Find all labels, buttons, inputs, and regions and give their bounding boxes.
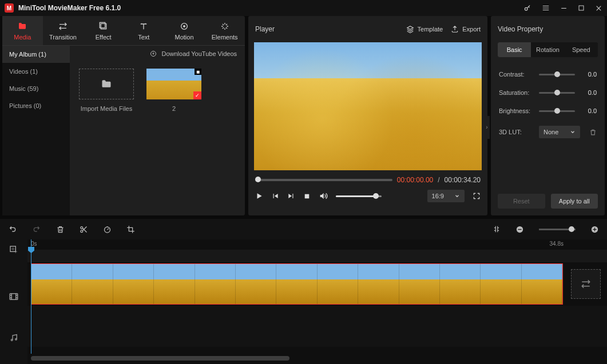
maximize-button[interactable] [578,5,585,11]
brightness-slider[interactable] [539,110,575,112]
collapse-properties-button[interactable]: › [484,116,490,139]
undo-button[interactable] [8,225,17,234]
brightness-value: 0.0 [581,107,597,114]
transition-placeholder[interactable] [571,269,601,299]
tab-motion[interactable]: Motion [164,16,205,45]
tab-elements-label: Elements [212,34,238,41]
import-label: Import Media Files [81,105,132,112]
time-current: 00:00:00.00 [397,176,433,184]
time-sep: / [438,176,439,184]
text-icon [138,21,149,31]
audio-track[interactable] [27,306,607,347]
svg-rect-15 [594,227,595,231]
time-total: 00:00:34.20 [445,176,481,184]
stop-button[interactable] [303,193,311,200]
title-bar: M MiniTool MovieMaker Free 6.1.0 [0,0,607,16]
player-title: Player [255,25,398,33]
scrub-bar[interactable] [255,179,392,181]
volume-slider[interactable] [336,195,382,197]
media-thumb-2[interactable]: ■ ✓ 2 [145,69,203,112]
thumb-label: 2 [172,105,176,112]
nav-pictures[interactable]: Pictures (0) [2,97,70,114]
export-button[interactable]: Export [451,25,481,33]
video-clip[interactable] [31,263,563,305]
template-button[interactable]: Template [406,25,443,33]
nav-my-album[interactable]: My Album (1) [2,46,70,63]
apply-all-button[interactable]: Apply to all [551,194,598,209]
svg-rect-1 [579,6,584,10]
props-title: Video Property [491,16,605,42]
svg-rect-17 [10,294,18,300]
timeline-toolbar [0,219,607,239]
side-nav: My Album (1) Videos (1) Music (59) Pictu… [2,46,70,215]
aspect-select[interactable]: 16:9 [427,190,465,202]
tab-rotation[interactable]: Rotation [531,42,564,57]
contrast-label: Contrast: [499,71,533,78]
tab-effect-label: Effect [96,34,112,41]
tab-effect[interactable]: Effect [83,16,124,45]
ruler-end: 34.8s [550,241,564,247]
folder-icon [17,21,27,31]
saturation-value: 0.0 [581,89,597,96]
speed-button[interactable] [103,225,112,234]
lut-select[interactable]: None [539,126,580,138]
download-youtube-link[interactable]: Download YouTube Videos [70,46,245,62]
crop-button[interactable] [126,225,135,234]
import-media-button[interactable]: Import Media Files [78,69,135,112]
video-track[interactable] [27,263,607,305]
media-pane: Media Transition Effect Text Motion Elem… [2,16,245,215]
nav-videos[interactable]: Videos (1) [2,63,70,80]
close-button[interactable] [595,5,602,12]
nav-music[interactable]: Music (59) [2,80,70,97]
download-label: Download YouTube Videos [162,50,237,57]
reset-button[interactable]: Reset [498,194,545,209]
zoom-in-button[interactable] [590,225,599,234]
effect-icon [98,21,109,31]
tab-media[interactable]: Media [2,16,43,45]
volume-icon[interactable] [319,191,328,201]
svg-point-0 [525,7,527,10]
timeline-scrollbar[interactable] [31,356,289,361]
playhead[interactable] [31,239,31,354]
app-logo-icon: M [5,3,14,13]
delete-button[interactable] [56,225,65,234]
properties-pane: Video Property Basic Rotation Speed Cont… [491,16,605,215]
zoom-slider[interactable] [539,229,576,230]
minimize-button[interactable] [560,5,568,12]
redo-button[interactable] [32,225,41,234]
timeline-ruler[interactable]: 0s 34.8s [27,239,607,249]
svg-point-18 [11,339,13,341]
fit-button[interactable] [493,225,501,233]
tab-transition-label: Transition [49,34,77,41]
tab-motion-label: Motion [175,34,194,41]
svg-rect-12 [518,229,521,229]
tab-transition[interactable]: Transition [43,16,84,45]
brightness-label: Brightness: [499,107,533,114]
elements-icon [220,21,230,31]
trash-icon[interactable] [589,129,597,136]
next-frame-button[interactable] [287,192,295,200]
play-button[interactable] [255,192,263,200]
tab-text[interactable]: Text [124,16,164,45]
contrast-slider[interactable] [539,74,575,75]
lut-label: 3D LUT: [499,129,533,135]
tab-speed[interactable]: Speed [565,42,598,57]
menu-icon[interactable] [542,4,550,12]
video-track-icon [0,276,27,317]
add-track-button[interactable] [0,239,27,260]
prev-frame-button[interactable] [271,192,279,200]
zoom-out-button[interactable] [515,225,524,234]
saturation-slider[interactable] [539,92,575,94]
tab-elements[interactable]: Elements [204,16,245,45]
fullscreen-button[interactable] [473,192,481,200]
svg-point-5 [184,26,185,27]
video-preview[interactable] [254,42,482,170]
app-title: MiniTool MovieMaker Free 6.1.0 [18,4,523,12]
svg-point-19 [15,338,17,340]
tab-basic[interactable]: Basic [498,42,531,57]
video-icon: ■ [195,69,201,75]
svg-rect-7 [305,194,310,198]
key-icon[interactable] [523,4,531,12]
split-button[interactable] [80,225,88,234]
ruler-start: 0s [31,241,37,247]
